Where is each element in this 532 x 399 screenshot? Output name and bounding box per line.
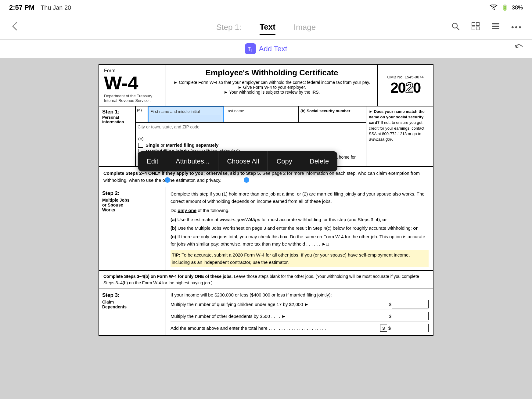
omb-number: OMB No. 1545-0074 <box>387 75 423 79</box>
step3-row2-field: $ <box>389 312 429 320</box>
wifi-icon <box>489 5 498 11</box>
complete-steps-34-bar: Complete Steps 3–4(b) on Form W-4 for on… <box>99 271 433 289</box>
first-name-label: First name and middle initial <box>150 109 200 114</box>
edit-button[interactable]: Edit <box>138 151 167 171</box>
field-a-label: (a) <box>136 106 148 122</box>
battery-level: 38% <box>512 5 523 11</box>
dollar-sign-1: $ <box>389 302 391 307</box>
delete-button[interactable]: Delete <box>301 151 338 171</box>
back-button[interactable] <box>7 19 22 36</box>
dollar-sign-3: $ <box>388 325 391 331</box>
filing-single-label: Single or Married filing separately <box>146 142 218 148</box>
step3-section: Step 3: ClaimDependents If your income w… <box>99 289 433 336</box>
step2-option-a: (a) Use the estimator at www.irs.gov/W4A… <box>171 216 429 223</box>
svg-rect-5 <box>476 27 479 30</box>
step3-row1-text: Multiply the number of qualifying childr… <box>171 302 309 307</box>
dollar-sign-2: $ <box>389 314 391 319</box>
svg-text:T: T <box>248 46 251 52</box>
copy-button[interactable]: Copy <box>268 151 301 171</box>
step1-number: Step 1: <box>102 109 132 115</box>
name-row: (a) First name and middle initial Last n… <box>136 106 366 123</box>
row3-number: 3 <box>380 325 387 332</box>
document-area[interactable]: Form W-4 Department of the TreasuryInter… <box>0 58 532 399</box>
list-button[interactable] <box>489 19 503 35</box>
svg-line-1 <box>457 27 459 30</box>
step2-section: Step 2: Multiple Jobsor SpouseWorks Comp… <box>99 187 433 271</box>
amount-field-2[interactable] <box>392 312 429 320</box>
svg-rect-7 <box>492 26 499 27</box>
step2-intro: Complete this step if you (1) hold more … <box>171 190 429 205</box>
ssn-section: (b) Social security number <box>299 106 366 122</box>
attributes-button[interactable]: Attributes... <box>167 151 218 171</box>
step3-row1-field: $ <box>389 300 429 308</box>
step2-option-b: (b) Use the Multiple Jobs Worksheet on p… <box>171 225 429 232</box>
step2-option-c: (c) If there are only two jobs total, yo… <box>171 233 429 248</box>
step3-row2-text: Multiply the number of other dependents … <box>171 314 286 319</box>
tab-image[interactable]: Image <box>294 20 316 34</box>
svg-rect-2 <box>472 23 475 26</box>
w4-logo-box: Form W-4 Department of the TreasuryInter… <box>99 65 166 106</box>
step1-label: Step 1: PersonalInformation <box>99 106 136 166</box>
tab-comment[interactable]: Step 1: <box>216 20 241 34</box>
svg-rect-6 <box>492 23 499 24</box>
status-time: 2:57 PM <box>9 4 34 12</box>
last-name-field[interactable]: Last name <box>224 106 299 122</box>
search-button[interactable] <box>448 19 462 35</box>
filing-option-1: Single or Married filing separately <box>138 142 363 148</box>
complete-steps-text: Complete Steps 2–4 ONLY if they apply to… <box>103 171 420 183</box>
tax-year: 2020 <box>390 79 421 96</box>
step2-title: Multiple Jobsor SpouseWorks <box>102 198 163 212</box>
step2-content: Complete this step if you (1) hold more … <box>166 187 433 270</box>
amount-field-1[interactable] <box>392 300 429 308</box>
document-page: Form W-4 Department of the TreasuryInter… <box>98 64 434 336</box>
step3-row-2: Multiply the number of other dependents … <box>171 312 429 322</box>
toolbar: Step 1: Text Image ••• <box>0 15 532 40</box>
step2-tip: TIP: To be accurate, submit a 2020 Form … <box>171 250 429 267</box>
w4-header: Form W-4 Department of the TreasuryInter… <box>99 64 433 106</box>
step3-row-1: Multiply the number of qualifying childr… <box>171 300 429 310</box>
step3-row3-text: Add the amounts above and enter the tota… <box>171 325 326 331</box>
grid-button[interactable] <box>469 19 483 35</box>
amount-field-3[interactable] <box>392 324 429 332</box>
step3-title: ClaimDependents <box>102 300 163 309</box>
svg-rect-8 <box>492 28 499 29</box>
step1-subtitle: PersonalInformation <box>102 115 132 124</box>
tab-text[interactable]: Text <box>260 20 275 35</box>
last-name-label: Last name <box>226 109 244 113</box>
svg-rect-3 <box>476 23 479 26</box>
w4-instruction-3: ► Your withholding is subject to review … <box>171 90 372 95</box>
step3-content: If your income will be $200,000 or less … <box>166 289 433 335</box>
c-label: (c) <box>138 136 144 141</box>
checkbox-single[interactable] <box>138 143 143 148</box>
svg-text:|: | <box>251 49 252 52</box>
add-text-button[interactable]: T | Add Text <box>245 43 287 54</box>
step2-number: Step 2: <box>102 190 163 196</box>
w4-instruction-1: ► Complete Form W-4 so that your employe… <box>171 80 372 85</box>
svg-rect-4 <box>472 27 475 30</box>
ssn-info-text: ► Does your name match the name on your … <box>369 109 425 142</box>
step2-label: Step 2: Multiple Jobsor SpouseWorks <box>99 187 166 270</box>
address-field[interactable]: City or town, state, and ZIP code <box>136 123 366 134</box>
context-menu: Edit Attributes... Choose All Copy Delet… <box>138 151 337 171</box>
step3-row3-field: 3 $ <box>380 324 429 332</box>
add-text-label: Add Text <box>259 45 287 53</box>
ssn-b-label: (b) Social security number <box>300 109 350 113</box>
status-icons: 🔋 38% <box>489 4 523 11</box>
department-label: Department of the TreasuryInternal Reven… <box>104 94 161 103</box>
first-name-value[interactable] <box>150 115 221 120</box>
w4-instruction-2: ► Give Form W-4 to your employer. <box>171 85 372 90</box>
more-button[interactable]: ••• <box>509 20 525 34</box>
step3-label: Step 3: ClaimDependents <box>99 289 166 335</box>
selection-handle-right[interactable] <box>244 177 249 183</box>
status-date: Thu Jan 20 <box>41 4 71 11</box>
step3-number: Step 3: <box>102 292 163 298</box>
status-bar: 2:57 PM Thu Jan 20 🔋 38% <box>0 0 532 15</box>
w4-right-box: OMB No. 1545-0074 2020 <box>378 65 433 106</box>
selection-handle-left[interactable] <box>165 177 170 183</box>
w4-center-box: Employee's Withholding Certificate ► Com… <box>166 65 378 106</box>
undo-button[interactable] <box>514 42 525 55</box>
first-name-field[interactable]: First name and middle initial <box>148 106 224 122</box>
add-text-bar: T | Add Text <box>0 40 532 58</box>
choose-all-button[interactable]: Choose All <box>218 151 268 171</box>
text-icon: T | <box>245 43 256 54</box>
